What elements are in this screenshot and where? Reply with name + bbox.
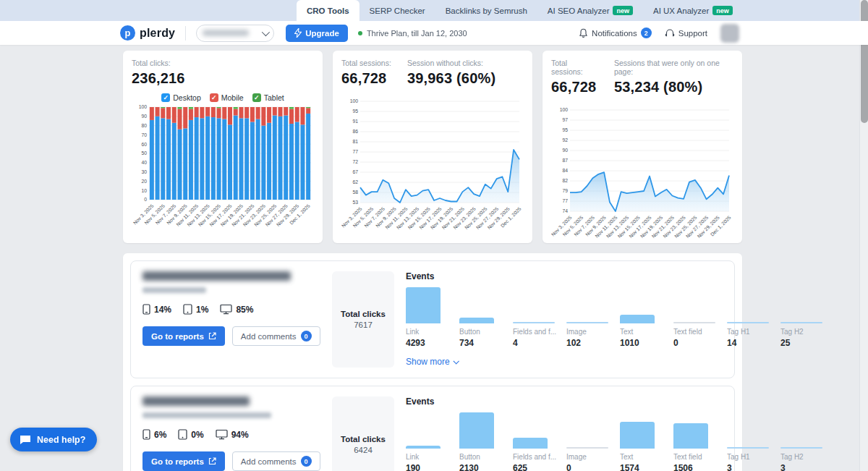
legend-item-tablet[interactable]: ✓Tablet bbox=[252, 93, 284, 102]
tab-ai-seo-analyzer[interactable]: AI SEO Analyzernew bbox=[537, 0, 643, 21]
report-buttons: Go to reports Add comments 0 bbox=[142, 326, 332, 346]
headset-icon bbox=[665, 28, 675, 38]
sessions-without-clicks-area-chart[interactable]: 10095918681777267625853Nov 3, 2025Nov 5,… bbox=[341, 97, 524, 245]
desktop-percent: 85% bbox=[236, 305, 253, 315]
event-value: 625 bbox=[513, 463, 566, 471]
blurred-report-url[interactable] bbox=[142, 287, 206, 293]
event-value: 1506 bbox=[673, 463, 727, 471]
event-label: Tag H1 bbox=[727, 453, 773, 461]
clicks-by-device-bar-chart[interactable]: 1009080706050403020100Nov 3, 2025Nov 5, … bbox=[132, 103, 314, 235]
sessions-without-clicks-label: Session without clicks: bbox=[407, 59, 495, 67]
total-sessions-label: Total sessions: bbox=[341, 59, 391, 67]
event-value: 4293 bbox=[406, 338, 459, 348]
event-bar[interactable] bbox=[459, 412, 494, 449]
go-to-reports-label: Go to reports bbox=[151, 332, 204, 341]
event-bar[interactable] bbox=[780, 447, 822, 449]
support-button[interactable]: Support bbox=[665, 28, 707, 38]
event-bar[interactable] bbox=[727, 447, 769, 449]
sessions-without-clicks-value: 39,963 (60%) bbox=[407, 70, 495, 87]
event-bar[interactable] bbox=[673, 322, 715, 323]
event-value: 2130 bbox=[459, 463, 513, 471]
go-to-reports-button[interactable]: Go to reports bbox=[142, 326, 225, 346]
domain-select-dropdown[interactable] bbox=[196, 25, 274, 42]
svg-text:87: 87 bbox=[562, 158, 568, 163]
scrollbar-track[interactable] bbox=[859, 0, 868, 471]
events-area: Events Link4293Button734Fields and f...4… bbox=[406, 271, 834, 368]
tablet-stat: 1% bbox=[183, 304, 208, 315]
report-summary: 14% 1% 85% Go to reports bbox=[142, 271, 332, 368]
upgrade-button[interactable]: Upgrade bbox=[286, 25, 348, 42]
plerdy-logo[interactable]: p plerdy bbox=[120, 25, 175, 41]
event-bar[interactable] bbox=[620, 422, 655, 449]
event-label: Button bbox=[459, 328, 506, 336]
notifications-count-badge: 2 bbox=[641, 27, 652, 38]
event-value: 734 bbox=[459, 338, 513, 348]
event-column-text: Text1010 bbox=[620, 283, 673, 348]
tab-backlinks-by-semrush[interactable]: Backlinks by Semrush bbox=[435, 0, 537, 21]
svg-text:100: 100 bbox=[139, 104, 148, 109]
chat-bubble-icon bbox=[20, 435, 31, 445]
phone-icon bbox=[142, 304, 150, 315]
event-bar[interactable] bbox=[780, 322, 822, 323]
total-clicks-value: 236,216 bbox=[132, 70, 314, 87]
tab-cro-tools[interactable]: CRO Tools bbox=[297, 0, 359, 21]
svg-text:91: 91 bbox=[352, 119, 358, 124]
phone-percent: 6% bbox=[154, 430, 166, 440]
desktop-percent: 94% bbox=[231, 430, 249, 440]
svg-text:79: 79 bbox=[562, 188, 568, 193]
add-comments-button[interactable]: Add comments 0 bbox=[232, 326, 320, 346]
event-bar-zone bbox=[513, 408, 566, 449]
user-avatar[interactable] bbox=[720, 24, 739, 43]
event-bar[interactable] bbox=[673, 423, 708, 449]
phone-icon bbox=[142, 429, 150, 440]
event-bar-zone bbox=[406, 283, 459, 323]
go-to-reports-button[interactable]: Go to reports bbox=[142, 451, 225, 471]
add-comments-button[interactable]: Add comments 0 bbox=[232, 451, 320, 471]
event-bar[interactable] bbox=[406, 446, 441, 449]
event-bar[interactable] bbox=[566, 447, 608, 449]
event-label: Tag H2 bbox=[780, 328, 827, 336]
event-column-fields-and-f-: Fields and f...625 bbox=[513, 408, 566, 471]
event-bar[interactable] bbox=[513, 322, 555, 323]
show-more-link[interactable]: Show more bbox=[406, 357, 458, 367]
sessions-one-page-area-chart[interactable]: 10097959290878482797774Nov 3, 2025Nov 5,… bbox=[551, 106, 733, 254]
event-bar-zone bbox=[727, 408, 780, 449]
event-bar[interactable] bbox=[406, 287, 441, 323]
go-to-reports-label: Go to reports bbox=[151, 457, 204, 466]
event-value: 1010 bbox=[620, 338, 673, 348]
event-bar[interactable] bbox=[727, 322, 769, 323]
plan-status: Thrive Plan, till Jan 12, 2030 bbox=[358, 29, 467, 38]
need-help-button[interactable]: Need help? bbox=[10, 428, 97, 451]
tab-serp-checker[interactable]: SERP Checker bbox=[359, 0, 435, 21]
svg-text:92: 92 bbox=[562, 137, 568, 143]
notifications-button[interactable]: Notifications 2 bbox=[579, 27, 652, 38]
checkbox-icon[interactable]: ✓ bbox=[161, 93, 170, 102]
event-bar[interactable] bbox=[513, 438, 548, 449]
event-column-link: Link4293 bbox=[406, 283, 459, 348]
upgrade-label: Upgrade bbox=[305, 29, 339, 38]
event-bar-zone bbox=[406, 408, 459, 449]
tab-ai-ux-analyzer[interactable]: AI UX Analyzernew bbox=[643, 0, 743, 21]
event-bar-zone bbox=[566, 408, 620, 449]
event-bar[interactable] bbox=[620, 315, 655, 323]
event-bar-zone bbox=[620, 408, 673, 449]
legend-item-mobile[interactable]: ✓Mobile bbox=[210, 93, 244, 102]
blurred-report-title bbox=[142, 396, 250, 406]
tablet-percent: 1% bbox=[196, 305, 208, 315]
total-sessions-value: 66,728 bbox=[341, 70, 391, 87]
checkbox-icon[interactable]: ✓ bbox=[210, 93, 218, 102]
svg-text:100: 100 bbox=[560, 107, 569, 112]
blurred-report-url[interactable] bbox=[142, 412, 271, 418]
event-bar[interactable] bbox=[459, 318, 494, 324]
scrollbar-thumb[interactable] bbox=[861, 0, 868, 123]
event-label: Image bbox=[566, 453, 613, 461]
event-bar[interactable] bbox=[566, 322, 608, 323]
comments-count-badge: 0 bbox=[301, 331, 312, 341]
svg-text:60: 60 bbox=[141, 142, 147, 147]
app-header: p plerdy Upgrade Thrive Plan, till Jan 1… bbox=[0, 21, 868, 45]
checkbox-icon[interactable]: ✓ bbox=[252, 93, 261, 102]
product-tabs-bar: CRO ToolsSERP CheckerBacklinks by Semrus… bbox=[0, 0, 868, 21]
svg-text:84: 84 bbox=[562, 168, 568, 173]
legend-item-desktop[interactable]: ✓Desktop bbox=[161, 93, 201, 102]
show-more-label: Show more bbox=[406, 357, 450, 367]
